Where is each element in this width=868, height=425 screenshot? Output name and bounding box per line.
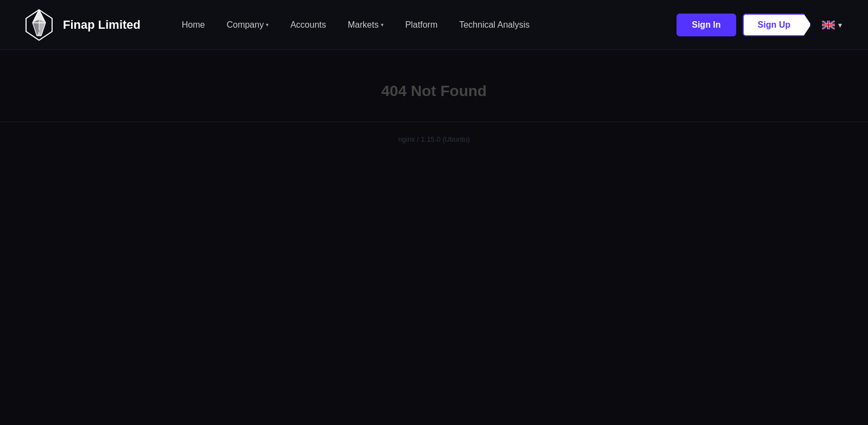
chevron-down-icon: ▾: [266, 22, 269, 28]
nav-technical-analysis[interactable]: Technical Analysis: [450, 16, 538, 34]
lang-chevron: ▾: [838, 21, 842, 29]
divider: [0, 122, 868, 122]
brand-name: Finap Limited: [63, 18, 141, 32]
logo-icon: [22, 8, 56, 42]
nav-actions: Sign In Sign Up ▾: [676, 14, 846, 36]
nav-markets[interactable]: Markets ▾: [339, 16, 392, 34]
logo-link[interactable]: Finap Limited: [22, 8, 141, 42]
nav-company[interactable]: Company ▾: [218, 16, 277, 34]
nav-platform[interactable]: Platform: [397, 16, 446, 34]
nav-home[interactable]: Home: [173, 16, 214, 34]
chevron-down-icon: ▾: [381, 22, 384, 28]
language-selector[interactable]: ▾: [818, 17, 846, 33]
signin-button[interactable]: Sign In: [676, 14, 736, 36]
flag-icon: [822, 21, 835, 29]
error-subtitle: nginx / 1.15.0 (Ubuntu): [0, 131, 868, 148]
main-nav: Home Company ▾ Accounts Markets ▾ Platfo…: [173, 16, 676, 34]
signup-button[interactable]: Sign Up: [743, 14, 811, 36]
header: Finap Limited Home Company ▾ Accounts Ma…: [0, 0, 868, 50]
main-content: 404 Not Found nginx / 1.15.0 (Ubuntu): [0, 50, 868, 169]
error-area: 404 Not Found nginx / 1.15.0 (Ubuntu): [0, 50, 868, 169]
nav-accounts[interactable]: Accounts: [282, 16, 335, 34]
error-title: 404 Not Found: [0, 72, 868, 111]
